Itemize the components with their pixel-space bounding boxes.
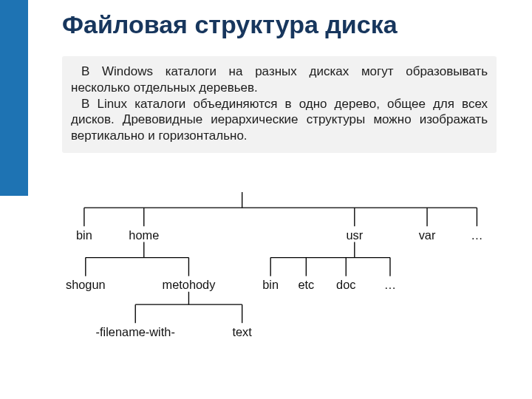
explanation-box: В Windows каталоги на разных дисках могу… [62, 56, 497, 153]
paragraph-linux: В Linux каталоги объединяются в одно дер… [71, 96, 488, 144]
node-l1-more: … [471, 228, 482, 242]
file-tree-diagram: bin home usr var … shogun metohody bin e… [34, 192, 514, 384]
sidebar-accent [0, 0, 28, 196]
paragraph-windows: В Windows каталоги на разных дисках могу… [71, 64, 488, 96]
node-filename: -filename-with- [96, 325, 175, 338]
node-usr-bin: bin [262, 278, 279, 291]
node-shogun: shogun [66, 278, 106, 291]
node-home: home [129, 228, 159, 242]
node-metohody: metohody [163, 278, 216, 291]
node-usr-more: … [384, 278, 396, 291]
node-var: var [419, 228, 436, 242]
node-bin: bin [76, 228, 92, 242]
node-doc: doc [336, 278, 355, 291]
node-etc: etc [298, 278, 314, 291]
slide: Файловая структура диска В Windows катал… [0, 0, 532, 399]
node-text: text [232, 325, 252, 338]
node-usr: usr [346, 228, 363, 242]
page-title: Файловая структура диска [62, 10, 398, 39]
